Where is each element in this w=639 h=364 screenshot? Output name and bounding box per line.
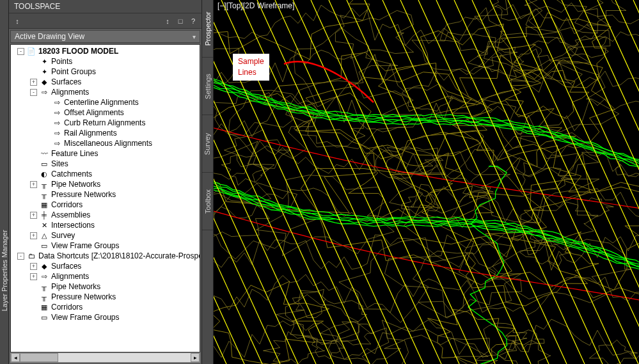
tree-node[interactable]: -📄18203 FLOOD MODEL xyxy=(12,46,200,56)
annotation-label: Sample Lines xyxy=(233,54,269,81)
prospector-tree[interactable]: -📄18203 FLOOD MODEL✦Points✦Point Groups+… xyxy=(10,44,200,352)
node-icon: ⇨ xyxy=(52,118,62,128)
collapse-icon[interactable]: - xyxy=(17,48,24,55)
node-label: 18203 FLOOD MODEL xyxy=(38,47,118,56)
node-label: Curb Return Alignments xyxy=(64,118,145,127)
tree-node[interactable]: ╥Pressure Networks xyxy=(12,189,200,200)
tree-node[interactable]: ▭View Frame Groups xyxy=(12,241,200,251)
node-label: Alignments xyxy=(51,272,89,281)
tree-node[interactable]: ✕Intersections xyxy=(12,220,200,230)
tree-node[interactable]: ✦Point Groups xyxy=(12,67,200,77)
node-icon: ▦ xyxy=(39,302,49,312)
tree-node[interactable]: ╥Pipe Networks xyxy=(12,281,200,292)
tree-node[interactable]: ◐Catchments xyxy=(12,169,200,179)
tree-node[interactable]: ▭Sites xyxy=(12,159,200,169)
node-icon: △ xyxy=(39,230,49,241)
node-icon: 〰 xyxy=(39,148,49,159)
node-icon: ⇨ xyxy=(52,128,62,138)
collapse-icon[interactable]: - xyxy=(17,253,24,260)
tree-node[interactable]: ⇨Offset Alignments xyxy=(12,107,200,118)
annotation-line1: Sample xyxy=(238,56,264,67)
expand-icon[interactable]: + xyxy=(30,232,37,239)
help-button[interactable]: ? xyxy=(187,15,199,27)
node-label: Points xyxy=(51,57,72,66)
node-label: Corridors xyxy=(51,303,83,312)
spacer xyxy=(30,150,37,157)
tree-node[interactable]: ⇨Centerline Alignments xyxy=(12,97,200,107)
tree-node[interactable]: +◆Surfaces xyxy=(12,77,200,87)
vtab-survey[interactable]: Survey xyxy=(202,115,213,173)
tree-node[interactable]: 〰Feature Lines xyxy=(12,148,200,159)
tree-node[interactable]: +△Survey xyxy=(12,230,200,241)
tree-node[interactable]: +◆Surfaces xyxy=(12,261,200,271)
spacer xyxy=(30,294,37,301)
node-label: Catchments xyxy=(51,170,92,178)
tree-node[interactable]: ╥Pressure Networks xyxy=(12,292,200,302)
tree-node[interactable]: ▦Corridors xyxy=(12,200,200,210)
node-label: Sites xyxy=(51,159,68,168)
node-icon: ╥ xyxy=(39,281,49,292)
node-icon: ◆ xyxy=(39,77,49,87)
spacer xyxy=(43,140,50,147)
scroll-left-icon[interactable]: ◂ xyxy=(11,353,20,362)
spacer xyxy=(30,222,37,229)
spacer xyxy=(30,304,37,311)
layer-properties-bar[interactable]: Layer Properties Manager xyxy=(0,0,9,364)
tree-node[interactable]: -🗀Data Shortcuts [Z:\2018\18102-Accurate… xyxy=(12,251,200,261)
toolbar-button-b[interactable]: □ xyxy=(175,15,186,27)
spacer xyxy=(30,58,37,65)
layer-properties-label: Layer Properties Manager xyxy=(1,230,8,311)
spacer xyxy=(30,283,37,290)
spacer xyxy=(43,99,50,106)
node-icon: ╪ xyxy=(39,210,49,220)
refresh-icon[interactable]: ↕ xyxy=(12,15,23,27)
tree-node[interactable]: -⇨Alignments xyxy=(12,87,200,97)
vtab-toolbox[interactable]: Toolbox xyxy=(202,173,213,230)
node-icon: ⇨ xyxy=(52,138,62,148)
tree-node[interactable]: +╥Pipe Networks xyxy=(12,179,200,189)
tree-node[interactable]: ✦Points xyxy=(12,56,200,67)
tree-node[interactable]: ⇨Miscellaneous Alignments xyxy=(12,138,200,148)
node-icon: ⇨ xyxy=(52,107,62,118)
expand-icon[interactable]: + xyxy=(30,263,37,270)
node-label: Point Groups xyxy=(51,67,96,76)
scroll-thumb[interactable] xyxy=(20,353,58,362)
tree-node[interactable]: ▦Corridors xyxy=(12,302,200,312)
node-icon: ✦ xyxy=(39,67,49,77)
spacer xyxy=(30,161,37,168)
cad-drawing xyxy=(214,0,639,364)
collapse-icon[interactable]: - xyxy=(30,89,37,96)
tree-node[interactable]: ▭View Frame Groups xyxy=(12,312,200,322)
node-icon: ╥ xyxy=(39,189,49,200)
toolspace-title: TOOLSPACE xyxy=(9,0,201,13)
scroll-track[interactable] xyxy=(20,353,191,362)
node-label: Pressure Networks xyxy=(51,292,116,301)
view-selector[interactable]: Active Drawing View ▾ xyxy=(10,30,200,43)
node-icon: ⇨ xyxy=(39,271,49,281)
tree-node[interactable]: ⇨Rail Alignments xyxy=(12,128,200,138)
node-label: Centerline Alignments xyxy=(64,98,139,107)
node-label: Data Shortcuts [Z:\2018\18102-Accurate-P… xyxy=(38,251,200,260)
node-label: Pipe Networks xyxy=(51,180,100,189)
horizontal-scrollbar[interactable]: ◂ ▸ xyxy=(10,352,200,363)
drawing-viewport[interactable]: [−][Top][2D Wireframe] Sample Lines xyxy=(214,0,639,364)
expand-icon[interactable]: + xyxy=(30,273,37,280)
node-icon: ⇨ xyxy=(39,87,49,97)
toolbar-button-a[interactable]: ↕ xyxy=(162,15,173,27)
tree-node[interactable]: +╪Assemblies xyxy=(12,210,200,220)
vtab-prospector[interactable]: Prospector xyxy=(202,0,213,58)
tree-node[interactable]: +⇨Alignments xyxy=(12,271,200,281)
node-label: Miscellaneous Alignments xyxy=(64,139,152,148)
node-icon: ◆ xyxy=(39,261,49,271)
tree-node[interactable]: ⇨Curb Return Alignments xyxy=(12,118,200,128)
node-label: Assemblies xyxy=(51,210,90,219)
expand-icon[interactable]: + xyxy=(30,79,37,86)
expand-icon[interactable]: + xyxy=(30,212,37,219)
node-label: Feature Lines xyxy=(51,149,98,158)
scroll-right-icon[interactable]: ▸ xyxy=(191,353,200,362)
node-icon: ▦ xyxy=(39,200,49,210)
expand-icon[interactable]: + xyxy=(30,181,37,188)
vtab-settings[interactable]: Settings xyxy=(202,58,213,115)
spacer xyxy=(30,68,37,75)
node-label: Pipe Networks xyxy=(51,282,100,291)
